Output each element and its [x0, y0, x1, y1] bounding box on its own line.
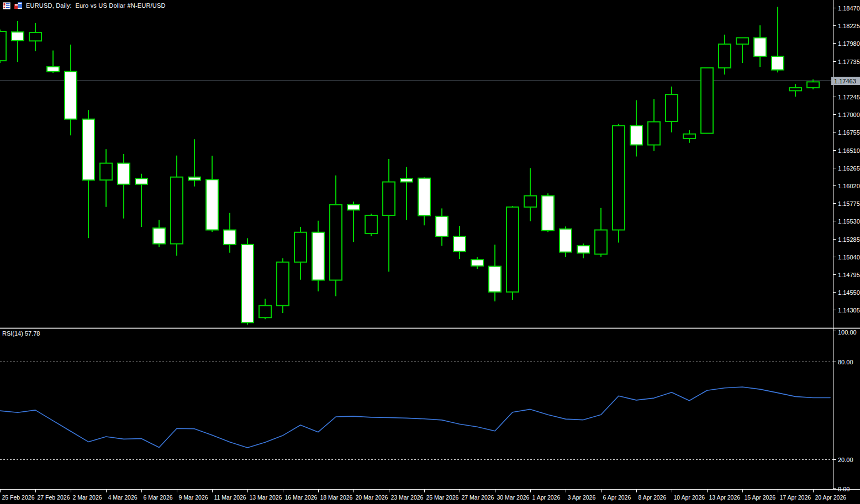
price-axis-label: 1.17980	[838, 40, 860, 47]
date-axis-label: 6 Mar 2026	[144, 494, 173, 501]
candle-body-bull	[100, 163, 112, 180]
date-axis-label: 2 Mar 2026	[73, 494, 102, 501]
rsi-indicator-label: RSI(14) 57.78	[2, 330, 40, 337]
date-axis-label: 16 Mar 2026	[285, 494, 318, 501]
candle	[736, 38, 748, 63]
candle	[188, 139, 201, 187]
date-axis-label: 1 Apr 2026	[532, 494, 561, 501]
candle-body-bull	[365, 215, 377, 234]
mt4-chart-window: 1.184701.182251.179801.177351.172451.170…	[0, 0, 860, 504]
candle-body-bear	[772, 56, 784, 70]
candle	[206, 156, 218, 232]
candle-body-bear	[135, 178, 147, 184]
price-axis-label: 1.16510	[838, 147, 860, 154]
candle-body-bear	[312, 232, 324, 280]
price-axis-label: 1.17245	[838, 94, 860, 100]
candle	[701, 67, 713, 134]
candle-body-bear	[630, 126, 642, 145]
candle-body-bull	[648, 122, 660, 145]
candle	[630, 100, 642, 156]
date-axis-label: 6 Apr 2026	[603, 494, 631, 501]
rsi-axis-label: 20.00	[838, 457, 853, 463]
candle-body-bear	[347, 205, 360, 210]
candle-body-bull	[277, 262, 289, 306]
candle-body-bull	[171, 177, 183, 244]
candle-body-bull	[259, 305, 271, 317]
date-axis-label: 10 Apr 2026	[674, 494, 705, 501]
chart-title: EURUSD, Daily: Euro vs US Dollar #N-EUR/…	[26, 2, 166, 9]
candle	[683, 130, 695, 143]
date-axis-label: 30 Mar 2026	[497, 494, 530, 501]
candle-body-bear	[453, 236, 466, 251]
candle-body-bull	[330, 205, 342, 280]
candle-body-bear	[754, 38, 766, 56]
candle	[789, 84, 801, 97]
candle-body-bear	[542, 196, 554, 231]
price-axis-label: 1.14795	[838, 272, 860, 278]
candle	[383, 159, 395, 272]
date-axis-label: 13 Apr 2026	[709, 494, 741, 501]
chart-titlebar: EURUSD, Daily: Euro vs US Dollar #N-EUR/…	[3, 2, 166, 9]
candle	[29, 23, 41, 51]
candle-body-bear	[118, 163, 130, 184]
date-axis-label: 11 Mar 2026	[214, 494, 246, 501]
candle-body-bull	[595, 230, 607, 254]
candle-body-bull	[506, 207, 519, 292]
date-axis-label: 23 Mar 2026	[391, 494, 424, 501]
date-axis-label: 17 Apr 2026	[780, 494, 811, 501]
candle-body-bull	[807, 82, 819, 88]
price-axis-label: 1.15040	[838, 254, 860, 261]
candle-body-bear	[241, 245, 254, 323]
candle-body-bull	[383, 182, 395, 215]
candle-body-bull	[736, 38, 748, 44]
candle	[400, 167, 413, 220]
date-axis-label: 8 Apr 2026	[639, 494, 667, 501]
candle-body-bull	[666, 94, 678, 121]
candle-body-bear	[400, 178, 413, 182]
candle	[312, 221, 324, 291]
candle	[82, 110, 94, 238]
candle	[772, 7, 784, 73]
date-axis-label: 27 Feb 2026	[38, 494, 70, 501]
candle	[135, 174, 147, 227]
price-axis-label: 1.16755	[838, 129, 860, 136]
candle-body-bear	[436, 216, 448, 236]
candle	[436, 209, 448, 246]
candle-body-bear	[489, 266, 501, 292]
candles-window-icon	[14, 2, 22, 9]
candle	[754, 25, 766, 67]
candle-body-bear	[12, 32, 24, 41]
date-axis-label: 13 Mar 2026	[250, 494, 282, 501]
candle-body-bear	[224, 230, 236, 245]
candle	[524, 168, 536, 221]
candle	[560, 226, 572, 257]
candle	[506, 206, 519, 300]
candle	[489, 245, 501, 301]
rsi-axis: 100.0080.0020.000.00	[833, 329, 857, 492]
tick-chart-icon	[3, 2, 10, 9]
date-axis-label: 4 Mar 2026	[108, 494, 138, 501]
price-axis-label: 1.18470	[838, 5, 860, 12]
candle	[613, 124, 625, 242]
candle-body-bull	[29, 33, 41, 41]
price-axis-label: 1.17000	[838, 112, 860, 118]
candle-body-bear	[188, 177, 201, 181]
candle	[153, 220, 165, 247]
candle-body-bear	[153, 228, 165, 244]
date-axis-label: 20 Mar 2026	[356, 494, 388, 501]
candle-body-bull	[0, 31, 6, 61]
candle-body-bull	[701, 68, 713, 134]
candle	[100, 149, 112, 207]
date-axis-label: 3 Apr 2026	[568, 494, 596, 501]
candle	[542, 193, 554, 232]
candle	[595, 208, 607, 257]
date-axis-label: 20 Apr 2026	[815, 494, 847, 501]
price-axis-label: 1.16265	[838, 165, 860, 172]
candlestick-chart-canvas[interactable]: 1.184701.182251.179801.177351.172451.170…	[0, 0, 860, 504]
price-axis-label: 1.15530	[838, 218, 860, 225]
price-axis-label: 1.17735	[838, 59, 860, 65]
candle	[12, 21, 24, 62]
candle-body-bear	[560, 229, 572, 252]
candle-body-bull	[613, 126, 625, 230]
candle	[241, 238, 254, 325]
